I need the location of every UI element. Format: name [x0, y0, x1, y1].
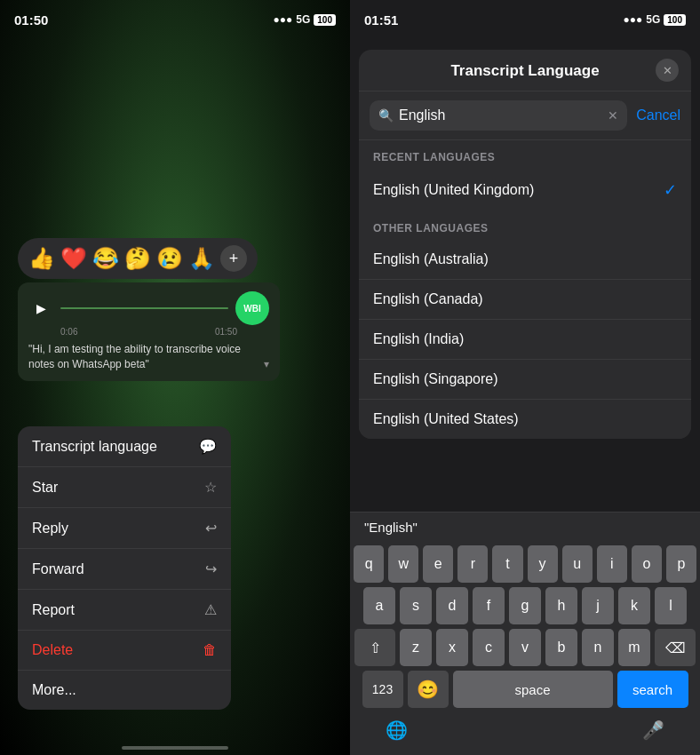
- autocomplete-item-english[interactable]: "English": [364, 520, 418, 535]
- close-icon: ✕: [663, 64, 672, 77]
- key-o[interactable]: o: [632, 545, 662, 583]
- emoji-pray[interactable]: 🙏: [188, 246, 215, 271]
- right-status-bar: 01:51 ●●● 5G 100: [350, 0, 700, 39]
- key-z[interactable]: z: [400, 629, 432, 666]
- key-u[interactable]: u: [562, 545, 593, 583]
- key-d[interactable]: d: [436, 587, 468, 624]
- right-time: 01:51: [364, 12, 398, 28]
- key-t[interactable]: t: [492, 545, 522, 583]
- search-input[interactable]: English: [399, 107, 602, 123]
- key-emoji[interactable]: 😊: [408, 671, 449, 708]
- emoji-heart[interactable]: ❤️: [60, 246, 87, 271]
- key-numbers[interactable]: 123: [362, 671, 403, 708]
- reply-icon: ↩: [205, 520, 217, 536]
- key-j[interactable]: j: [582, 587, 614, 624]
- mic-icon[interactable]: 🎤: [642, 719, 664, 741]
- menu-item-more[interactable]: More...: [18, 671, 231, 710]
- key-k[interactable]: k: [618, 587, 650, 624]
- search-clear-icon[interactable]: ✕: [608, 108, 618, 123]
- other-languages-section: OTHER LANGUAGES English (Australia) Engl…: [359, 211, 691, 439]
- menu-label-forward: Forward: [32, 561, 84, 577]
- chevron-down-icon[interactable]: ▾: [264, 357, 269, 372]
- forward-icon: ↪: [205, 560, 217, 577]
- left-status-icons: ●●● 5G 100: [274, 13, 336, 26]
- lang-item-australia[interactable]: English (Australia): [359, 240, 691, 280]
- home-indicator-left: [122, 746, 228, 750]
- play-button[interactable]: ▶: [28, 296, 53, 321]
- key-p[interactable]: p: [666, 545, 696, 583]
- checkmark-icon: ✓: [664, 180, 677, 200]
- key-x[interactable]: x: [436, 629, 468, 666]
- key-h[interactable]: h: [545, 587, 577, 624]
- left-time: 01:50: [14, 12, 48, 28]
- key-b[interactable]: b: [545, 629, 577, 666]
- modal-close-button[interactable]: ✕: [656, 59, 679, 82]
- search-box[interactable]: 🔍 English ✕: [370, 100, 627, 131]
- key-row-2: a s d f g h j k l: [354, 587, 696, 624]
- wbi-avatar: WBI: [235, 291, 269, 325]
- emoji-laugh[interactable]: 😂: [92, 246, 119, 271]
- search-row: 🔍 English ✕ Cancel: [359, 91, 691, 140]
- key-e[interactable]: e: [423, 545, 453, 583]
- key-c[interactable]: c: [473, 629, 505, 666]
- lang-name-usa: English (United States): [373, 411, 519, 427]
- key-l[interactable]: l: [655, 587, 687, 624]
- key-w[interactable]: w: [388, 545, 418, 583]
- menu-item-forward[interactable]: Forward ↪: [18, 549, 231, 590]
- modal-title: Transcript Language: [450, 62, 599, 80]
- key-i[interactable]: i: [597, 545, 627, 583]
- menu-item-transcript[interactable]: Transcript language 💬: [18, 426, 231, 467]
- menu-item-report[interactable]: Report ⚠: [18, 590, 231, 631]
- keyboard[interactable]: "English" q w e r t y u i o p: [350, 512, 700, 755]
- modal-title-row: Transcript Language ✕: [359, 50, 691, 91]
- lang-item-usa[interactable]: English (United States): [359, 400, 691, 439]
- cancel-button[interactable]: Cancel: [636, 107, 680, 123]
- signal-icon: ●●●: [274, 13, 293, 26]
- key-v[interactable]: v: [509, 629, 541, 666]
- key-s[interactable]: s: [400, 587, 432, 624]
- keyboard-bottom-bar: 🌐 🎤: [350, 712, 700, 755]
- voice-message-bubble: ▶ WBI 0:06 01:50 "Hi, I am testing the a…: [18, 282, 280, 381]
- key-y[interactable]: y: [528, 545, 558, 583]
- waveform-line: [60, 307, 228, 309]
- emoji-cry[interactable]: 😢: [156, 246, 183, 271]
- key-search[interactable]: search: [617, 671, 688, 708]
- lang-item-canada[interactable]: English (Canada): [359, 280, 691, 320]
- emoji-think[interactable]: 🤔: [124, 246, 151, 271]
- menu-item-delete[interactable]: Delete 🗑: [18, 631, 231, 671]
- key-q[interactable]: q: [354, 545, 384, 583]
- menu-label-delete: Delete: [32, 642, 73, 658]
- key-m[interactable]: m: [618, 629, 650, 666]
- key-g[interactable]: g: [509, 587, 541, 624]
- globe-icon[interactable]: 🌐: [386, 719, 408, 741]
- delete-icon: 🗑: [203, 642, 217, 658]
- lang-name-australia: English (Australia): [373, 251, 489, 267]
- recent-languages-header: RECENT LANGUAGES: [359, 140, 691, 169]
- emoji-thumbsup[interactable]: 👍: [28, 246, 55, 271]
- menu-label-report: Report: [32, 602, 75, 618]
- right-signal-icon: ●●●: [624, 13, 643, 26]
- recent-languages-section: RECENT LANGUAGES English (United Kingdom…: [359, 140, 691, 211]
- lang-item-india[interactable]: English (India): [359, 320, 691, 360]
- key-r[interactable]: r: [457, 545, 488, 583]
- emoji-more-button[interactable]: +: [220, 245, 247, 272]
- key-shift[interactable]: ⇧: [354, 629, 395, 666]
- menu-item-star[interactable]: Star ☆: [18, 467, 231, 508]
- key-n[interactable]: n: [582, 629, 614, 666]
- key-f[interactable]: f: [473, 587, 505, 624]
- left-status-bar: 01:50 ●●● 5G 100: [0, 0, 350, 39]
- transcript-language-modal: Transcript Language ✕ 🔍 English ✕ Cancel…: [359, 50, 691, 439]
- emoji-reaction-bar[interactable]: 👍 ❤️ 😂 🤔 😢 🙏 +: [18, 238, 258, 279]
- key-row-4: 123 😊 space search: [354, 671, 696, 708]
- star-icon: ☆: [204, 479, 217, 496]
- lang-item-uk[interactable]: English (United Kingdom) ✓: [359, 169, 691, 211]
- key-a[interactable]: a: [363, 587, 395, 624]
- battery-badge: 100: [314, 14, 336, 26]
- key-space[interactable]: space: [453, 671, 613, 708]
- menu-label-more: More...: [32, 682, 76, 698]
- modal-overlay: Transcript Language ✕ 🔍 English ✕ Cancel…: [350, 39, 700, 755]
- voice-time-total: 01:50: [215, 327, 237, 337]
- lang-item-singapore[interactable]: English (Singapore): [359, 360, 691, 400]
- menu-item-reply[interactable]: Reply ↩: [18, 508, 231, 549]
- key-backspace[interactable]: ⌫: [655, 629, 696, 666]
